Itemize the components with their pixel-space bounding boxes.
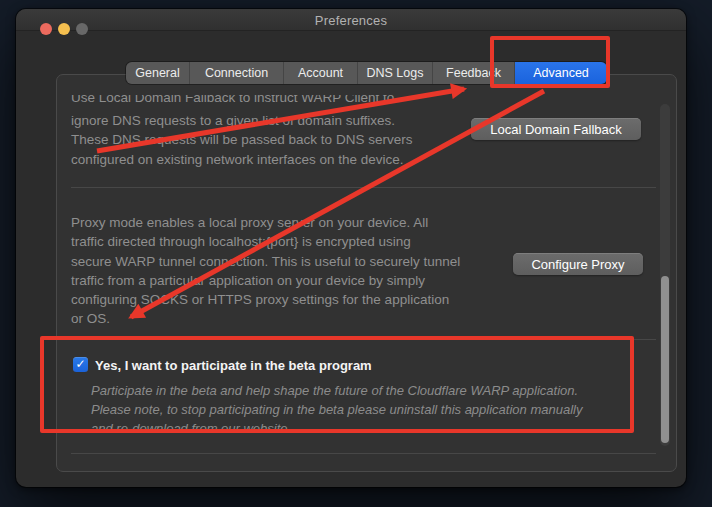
configure-proxy-button[interactable]: Configure Proxy — [513, 253, 643, 275]
tab-dns-logs-label: DNS Logs — [367, 66, 424, 80]
tab-advanced-label: Advanced — [533, 66, 589, 80]
beta-program-checkbox-label[interactable]: Yes, I want to participate in the beta p… — [95, 358, 372, 373]
tab-bar: General Connection Account DNS Logs Feed… — [126, 62, 607, 84]
tab-general-label: General — [135, 66, 179, 80]
section-divider-2 — [71, 339, 656, 340]
proxy-description: Proxy mode enables a local proxy server … — [71, 213, 521, 329]
tab-advanced[interactable]: Advanced — [515, 62, 607, 84]
tab-feedback[interactable]: Feedback — [433, 62, 515, 84]
beta-program-description: Participate in the beta and help shape t… — [91, 381, 656, 438]
beta-program-checkbox[interactable]: ✓ — [73, 357, 88, 372]
preferences-window: Preferences General Connection Account D… — [16, 9, 686, 487]
window-title: Preferences — [16, 13, 686, 28]
tab-connection-label: Connection — [205, 66, 268, 80]
section-divider-1 — [71, 187, 656, 188]
fallback-description: ignore DNS requests to a given list of d… — [71, 111, 501, 169]
desktop-background: Preferences General Connection Account D… — [0, 0, 712, 507]
fallback-description-clipped-line: Use Local Domain Fallback to instruct WA… — [71, 95, 501, 108]
tab-dns-logs[interactable]: DNS Logs — [358, 62, 433, 84]
local-domain-fallback-button[interactable]: Local Domain Fallback — [471, 118, 641, 140]
titlebar[interactable]: Preferences — [16, 9, 686, 31]
tab-feedback-label: Feedback — [446, 66, 501, 80]
tab-account[interactable]: Account — [284, 62, 358, 84]
checkmark-icon: ✓ — [75, 358, 85, 370]
fallback-clipped-text: Use Local Domain Fallback to instruct WA… — [71, 95, 501, 107]
section-divider-3 — [71, 453, 656, 454]
tab-general[interactable]: General — [126, 62, 190, 84]
scrollbar-thumb[interactable] — [661, 276, 669, 443]
tab-account-label: Account — [298, 66, 343, 80]
tab-connection[interactable]: Connection — [190, 62, 284, 84]
